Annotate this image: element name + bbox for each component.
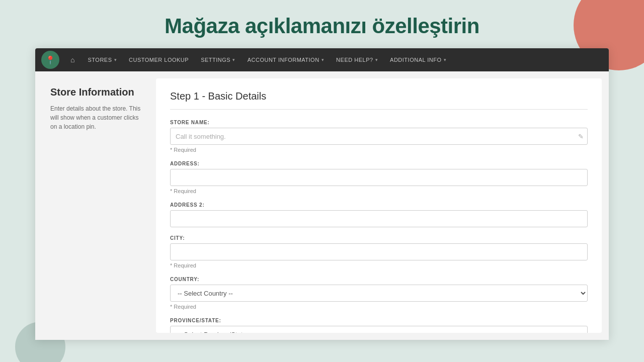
page-title: Mağaza açıklamanızı özelleştirin <box>0 14 644 38</box>
country-select[interactable]: -- Select Country -- <box>170 285 588 302</box>
country-field-group: COUNTRY: -- Select Country -- * Required <box>170 277 588 310</box>
nav-item-need-help[interactable]: NEED HELP? ▾ <box>330 48 384 71</box>
sidebar: Store Information Enter details about th… <box>35 71 156 340</box>
city-field-group: CITY: * Required <box>170 235 588 268</box>
main-panel: Step 1 - Basic Details STORE NAME: ✎ * R… <box>156 78 602 333</box>
store-name-input[interactable] <box>170 128 588 145</box>
country-required: * Required <box>170 304 588 310</box>
address-input[interactable] <box>170 169 588 186</box>
sidebar-description: Enter details about the store. This will… <box>50 104 141 131</box>
page-title-area: Mağaza açıklamanızı özelleştirin <box>0 0 644 48</box>
navbar: 📍 ⌂ STORES ▾ CUSTOMER LOOKUP SETTINGS ▾ … <box>35 48 609 71</box>
nav-item-settings[interactable]: SETTINGS ▾ <box>195 48 242 71</box>
address-field-group: ADDRESS: * Required <box>170 161 588 194</box>
chevron-down-icon: ▾ <box>375 57 378 62</box>
content-area: Store Information Enter details about th… <box>35 71 609 340</box>
logo-icon: 📍 <box>45 55 55 65</box>
city-input[interactable] <box>170 243 588 260</box>
store-name-field-group: STORE NAME: ✎ * Required <box>170 120 588 153</box>
address2-label: ADDRESS 2: <box>170 202 588 208</box>
country-label: COUNTRY: <box>170 277 588 282</box>
address-label: ADDRESS: <box>170 161 588 166</box>
nav-item-additional-info[interactable]: ADDITIONAL INFO ▾ <box>384 48 452 71</box>
store-name-wrapper: ✎ <box>170 128 588 145</box>
province-state-field-group: PROVINCE/STATE: -- Select Province/State… <box>170 318 588 333</box>
address2-input[interactable] <box>170 210 588 227</box>
city-required: * Required <box>170 262 588 268</box>
chevron-down-icon: ▾ <box>321 57 325 62</box>
city-label: CITY: <box>170 235 588 241</box>
chevron-down-icon: ▾ <box>444 57 447 62</box>
nav-home-button[interactable]: ⌂ <box>63 48 82 71</box>
edit-icon: ✎ <box>578 133 584 140</box>
sidebar-title: Store Information <box>50 86 141 98</box>
address2-field-group: ADDRESS 2: <box>170 202 588 227</box>
store-name-required: * Required <box>170 147 588 153</box>
store-name-label: STORE NAME: <box>170 120 588 125</box>
chevron-down-icon: ▾ <box>232 57 235 62</box>
province-state-select[interactable]: -- Select Province/State -- <box>170 326 588 333</box>
nav-item-account-information[interactable]: ACCOUNT INFORMATION ▾ <box>242 48 330 71</box>
chevron-down-icon: ▾ <box>114 57 117 62</box>
address-required: * Required <box>170 188 588 194</box>
nav-item-customer-lookup[interactable]: CUSTOMER LOOKUP <box>123 48 195 71</box>
step-title: Step 1 - Basic Details <box>170 90 588 110</box>
app-wrapper: 📍 ⌂ STORES ▾ CUSTOMER LOOKUP SETTINGS ▾ … <box>35 48 609 340</box>
nav-logo: 📍 <box>41 51 59 69</box>
province-state-label: PROVINCE/STATE: <box>170 318 588 323</box>
nav-item-stores[interactable]: STORES ▾ <box>82 48 123 71</box>
